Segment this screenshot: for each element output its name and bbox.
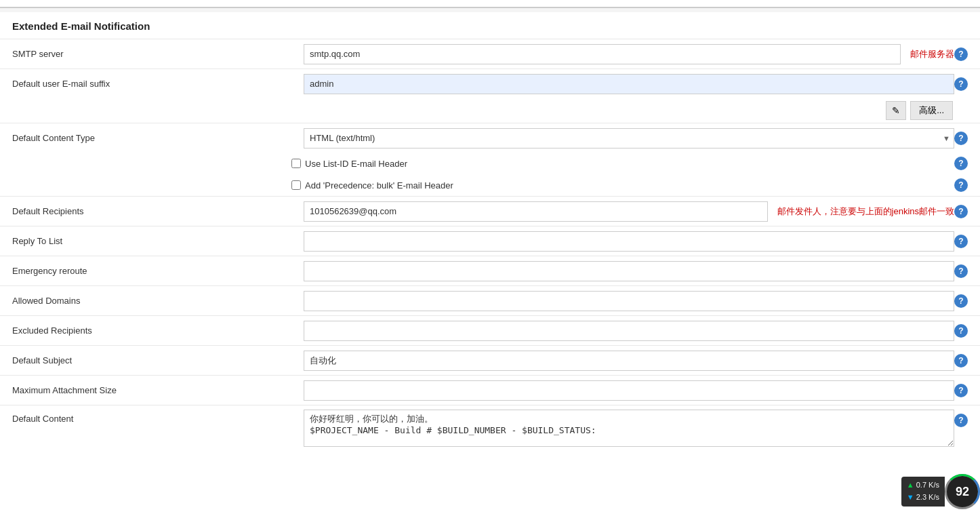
excluded-recipients-input[interactable] [304, 321, 954, 341]
use-list-id-label: Use List-ID E-mail Header [305, 159, 407, 169]
content-type-select-wrapper: HTML (text/html) Plain text (text/plain)… [304, 128, 954, 148]
default-subject-label: Default Subject [12, 355, 304, 365]
default-recipients-help[interactable]: ? [954, 205, 968, 218]
use-list-id-help[interactable]: ? [954, 157, 968, 170]
speed-down: ▼ 2.3 K/s [907, 492, 939, 504]
default-content-textarea[interactable] [304, 410, 954, 447]
advanced-button[interactable]: 高级... [910, 101, 953, 120]
top-divider [0, 7, 980, 12]
content-type-row: Default Content Type HTML (text/html) Pl… [0, 123, 980, 153]
allowed-domains-row: Allowed Domains ? [0, 285, 980, 315]
default-subject-field [304, 351, 954, 371]
default-content-label: Default Content [12, 410, 304, 424]
content-type-label: Default Content Type [12, 133, 304, 143]
speed-panel: ▲ 0.7 K/s ▼ 2.3 K/s [901, 477, 945, 506]
precedence-bulk-row: Add 'Precedence: bulk' E-mail Header ? [0, 174, 980, 196]
speed-circle: 92 [945, 474, 980, 509]
default-subject-row: Default Subject ? [0, 345, 980, 375]
use-list-id-row: Use List-ID E-mail Header ? [0, 153, 980, 174]
default-recipients-annotation: 邮件发件人，注意要与上面的jenkins邮件一致 [777, 205, 954, 218]
default-subject-help[interactable]: ? [954, 354, 968, 368]
default-subject-input[interactable] [304, 351, 954, 371]
emergency-reroute-field [304, 261, 954, 281]
use-list-id-checkbox[interactable] [291, 159, 301, 168]
max-attachment-size-field [304, 380, 954, 401]
speed-widget: ▲ 0.7 K/s ▼ 2.3 K/s 92 [901, 474, 980, 509]
excluded-recipients-help[interactable]: ? [954, 324, 968, 338]
excluded-recipients-label: Excluded Recipients [12, 325, 304, 336]
max-attachment-size-help[interactable]: ? [954, 384, 968, 397]
email-suffix-input[interactable] [304, 74, 954, 94]
emergency-reroute-label: Emergency reroute [12, 266, 304, 276]
content-type-select[interactable]: HTML (text/html) Plain text (text/plain) [304, 128, 954, 148]
precedence-bulk-checkbox[interactable] [291, 180, 301, 190]
pencil-button[interactable]: ✎ [886, 101, 906, 120]
content-type-field: HTML (text/html) Plain text (text/plain)… [304, 128, 954, 148]
section-title: Extended E-mail Notification [0, 15, 980, 39]
default-recipients-input[interactable] [304, 201, 768, 222]
precedence-bulk-help[interactable]: ? [954, 178, 968, 192]
excluded-recipients-field [304, 321, 954, 341]
main-container: Extended E-mail Notification SMTP server… [0, 0, 980, 516]
reply-to-list-label: Reply To List [12, 236, 304, 246]
reply-to-list-input[interactable] [304, 231, 954, 252]
reply-to-list-field [304, 231, 954, 252]
email-suffix-row: Default user E-mail suffix ? [0, 68, 980, 98]
emergency-reroute-help[interactable]: ? [954, 264, 968, 278]
content-type-help[interactable]: ? [954, 132, 968, 145]
excluded-recipients-row: Excluded Recipients ? [0, 315, 980, 345]
allowed-domains-field [304, 291, 954, 311]
smtp-server-help[interactable]: ? [954, 47, 968, 61]
toolbar-row: ✎ 高级... [0, 98, 980, 123]
max-attachment-size-row: Maximum Attachment Size ? [0, 375, 980, 405]
default-content-row: Default Content ? [0, 405, 980, 451]
default-recipients-field: 邮件发件人，注意要与上面的jenkins邮件一致 [304, 201, 954, 222]
default-content-field [304, 410, 954, 447]
reply-to-list-help[interactable]: ? [954, 235, 968, 248]
default-recipients-row: Default Recipients 邮件发件人，注意要与上面的jenkins邮… [0, 196, 980, 226]
precedence-bulk-label: Add 'Precedence: bulk' E-mail Header [305, 180, 453, 191]
allowed-domains-input[interactable] [304, 291, 954, 311]
smtp-server-field: 邮件服务器 [304, 44, 954, 64]
email-suffix-field [304, 74, 954, 94]
allowed-domains-label: Allowed Domains [12, 296, 304, 306]
reply-to-list-row: Reply To List ? [0, 226, 980, 256]
default-content-help[interactable]: ? [954, 414, 968, 427]
default-recipients-label: Default Recipients [12, 206, 304, 216]
smtp-server-input[interactable] [304, 44, 901, 64]
max-attachment-size-input[interactable] [304, 380, 954, 401]
email-suffix-label: Default user E-mail suffix [12, 79, 304, 89]
email-suffix-help[interactable]: ? [954, 77, 968, 91]
emergency-reroute-input[interactable] [304, 261, 954, 281]
smtp-server-annotation: 邮件服务器 [910, 48, 954, 60]
smtp-server-row: SMTP server 邮件服务器 ? [0, 39, 980, 68]
max-attachment-size-label: Maximum Attachment Size [12, 385, 304, 395]
emergency-reroute-row: Emergency reroute ? [0, 256, 980, 285]
smtp-server-label: SMTP server [12, 49, 304, 59]
allowed-domains-help[interactable]: ? [954, 294, 968, 308]
speed-up: ▲ 0.7 K/s [907, 479, 939, 492]
